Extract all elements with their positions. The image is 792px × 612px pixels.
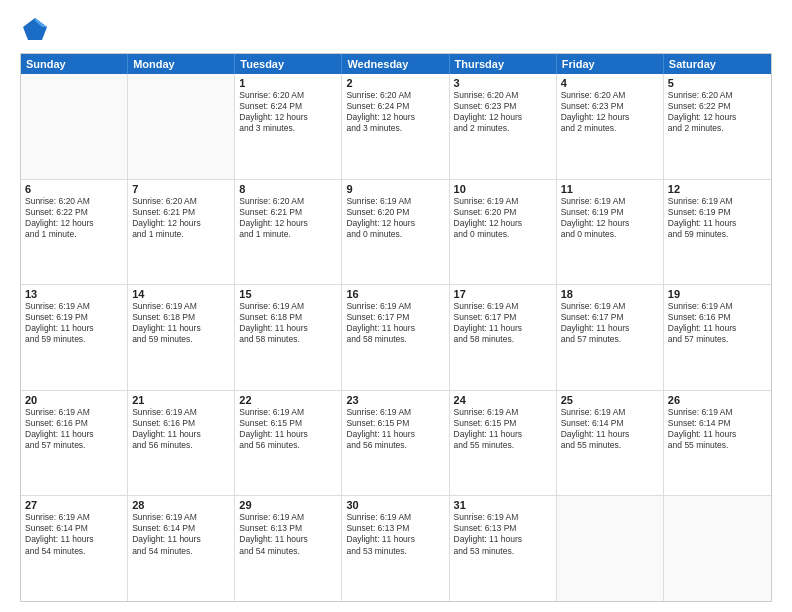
calendar-cell: 7Sunrise: 6:20 AM Sunset: 6:21 PM Daylig…	[128, 180, 235, 285]
calendar-header: SundayMondayTuesdayWednesdayThursdayFrid…	[21, 54, 771, 74]
calendar-row-3: 13Sunrise: 6:19 AM Sunset: 6:19 PM Dayli…	[21, 285, 771, 391]
day-info: Sunrise: 6:19 AM Sunset: 6:17 PM Dayligh…	[346, 301, 444, 345]
calendar-cell: 17Sunrise: 6:19 AM Sunset: 6:17 PM Dayli…	[450, 285, 557, 390]
header-day-tuesday: Tuesday	[235, 54, 342, 74]
day-info: Sunrise: 6:19 AM Sunset: 6:14 PM Dayligh…	[561, 407, 659, 451]
calendar-cell: 10Sunrise: 6:19 AM Sunset: 6:20 PM Dayli…	[450, 180, 557, 285]
calendar-cell: 2Sunrise: 6:20 AM Sunset: 6:24 PM Daylig…	[342, 74, 449, 179]
day-number: 11	[561, 183, 659, 195]
calendar-cell: 24Sunrise: 6:19 AM Sunset: 6:15 PM Dayli…	[450, 391, 557, 496]
day-info: Sunrise: 6:20 AM Sunset: 6:23 PM Dayligh…	[454, 90, 552, 134]
day-info: Sunrise: 6:19 AM Sunset: 6:15 PM Dayligh…	[239, 407, 337, 451]
day-info: Sunrise: 6:19 AM Sunset: 6:14 PM Dayligh…	[25, 512, 123, 556]
day-number: 23	[346, 394, 444, 406]
day-info: Sunrise: 6:19 AM Sunset: 6:19 PM Dayligh…	[668, 196, 767, 240]
day-number: 3	[454, 77, 552, 89]
day-number: 31	[454, 499, 552, 511]
calendar-cell: 14Sunrise: 6:19 AM Sunset: 6:18 PM Dayli…	[128, 285, 235, 390]
day-number: 19	[668, 288, 767, 300]
calendar-cell: 15Sunrise: 6:19 AM Sunset: 6:18 PM Dayli…	[235, 285, 342, 390]
day-info: Sunrise: 6:19 AM Sunset: 6:14 PM Dayligh…	[132, 512, 230, 556]
logo	[20, 15, 54, 45]
day-info: Sunrise: 6:19 AM Sunset: 6:15 PM Dayligh…	[454, 407, 552, 451]
day-number: 14	[132, 288, 230, 300]
calendar-cell: 9Sunrise: 6:19 AM Sunset: 6:20 PM Daylig…	[342, 180, 449, 285]
calendar-cell	[21, 74, 128, 179]
day-info: Sunrise: 6:20 AM Sunset: 6:23 PM Dayligh…	[561, 90, 659, 134]
calendar-cell: 26Sunrise: 6:19 AM Sunset: 6:14 PM Dayli…	[664, 391, 771, 496]
calendar-cell: 30Sunrise: 6:19 AM Sunset: 6:13 PM Dayli…	[342, 496, 449, 601]
calendar-cell: 12Sunrise: 6:19 AM Sunset: 6:19 PM Dayli…	[664, 180, 771, 285]
calendar-row-1: 1Sunrise: 6:20 AM Sunset: 6:24 PM Daylig…	[21, 74, 771, 180]
calendar-cell: 4Sunrise: 6:20 AM Sunset: 6:23 PM Daylig…	[557, 74, 664, 179]
calendar-cell: 20Sunrise: 6:19 AM Sunset: 6:16 PM Dayli…	[21, 391, 128, 496]
day-info: Sunrise: 6:19 AM Sunset: 6:13 PM Dayligh…	[239, 512, 337, 556]
day-info: Sunrise: 6:19 AM Sunset: 6:18 PM Dayligh…	[239, 301, 337, 345]
calendar-cell	[557, 496, 664, 601]
day-info: Sunrise: 6:19 AM Sunset: 6:13 PM Dayligh…	[454, 512, 552, 556]
day-info: Sunrise: 6:19 AM Sunset: 6:16 PM Dayligh…	[132, 407, 230, 451]
day-number: 25	[561, 394, 659, 406]
day-number: 4	[561, 77, 659, 89]
day-number: 30	[346, 499, 444, 511]
day-number: 16	[346, 288, 444, 300]
day-number: 22	[239, 394, 337, 406]
day-number: 24	[454, 394, 552, 406]
day-info: Sunrise: 6:19 AM Sunset: 6:13 PM Dayligh…	[346, 512, 444, 556]
day-number: 9	[346, 183, 444, 195]
day-number: 1	[239, 77, 337, 89]
calendar-cell: 13Sunrise: 6:19 AM Sunset: 6:19 PM Dayli…	[21, 285, 128, 390]
calendar-cell: 27Sunrise: 6:19 AM Sunset: 6:14 PM Dayli…	[21, 496, 128, 601]
calendar-row-4: 20Sunrise: 6:19 AM Sunset: 6:16 PM Dayli…	[21, 391, 771, 497]
day-number: 26	[668, 394, 767, 406]
day-number: 12	[668, 183, 767, 195]
day-info: Sunrise: 6:19 AM Sunset: 6:19 PM Dayligh…	[561, 196, 659, 240]
day-info: Sunrise: 6:19 AM Sunset: 6:19 PM Dayligh…	[25, 301, 123, 345]
day-number: 8	[239, 183, 337, 195]
page-header	[20, 15, 772, 45]
calendar-cell: 22Sunrise: 6:19 AM Sunset: 6:15 PM Dayli…	[235, 391, 342, 496]
day-number: 18	[561, 288, 659, 300]
day-number: 15	[239, 288, 337, 300]
day-info: Sunrise: 6:19 AM Sunset: 6:16 PM Dayligh…	[25, 407, 123, 451]
svg-marker-0	[23, 18, 47, 40]
calendar-cell: 18Sunrise: 6:19 AM Sunset: 6:17 PM Dayli…	[557, 285, 664, 390]
day-info: Sunrise: 6:20 AM Sunset: 6:22 PM Dayligh…	[668, 90, 767, 134]
day-number: 2	[346, 77, 444, 89]
header-day-thursday: Thursday	[450, 54, 557, 74]
day-info: Sunrise: 6:19 AM Sunset: 6:20 PM Dayligh…	[454, 196, 552, 240]
calendar-cell: 25Sunrise: 6:19 AM Sunset: 6:14 PM Dayli…	[557, 391, 664, 496]
header-day-monday: Monday	[128, 54, 235, 74]
day-info: Sunrise: 6:19 AM Sunset: 6:14 PM Dayligh…	[668, 407, 767, 451]
calendar-cell: 5Sunrise: 6:20 AM Sunset: 6:22 PM Daylig…	[664, 74, 771, 179]
day-number: 17	[454, 288, 552, 300]
calendar-cell: 21Sunrise: 6:19 AM Sunset: 6:16 PM Dayli…	[128, 391, 235, 496]
calendar-cell: 11Sunrise: 6:19 AM Sunset: 6:19 PM Dayli…	[557, 180, 664, 285]
calendar-cell: 31Sunrise: 6:19 AM Sunset: 6:13 PM Dayli…	[450, 496, 557, 601]
calendar: SundayMondayTuesdayWednesdayThursdayFrid…	[20, 53, 772, 602]
day-info: Sunrise: 6:19 AM Sunset: 6:20 PM Dayligh…	[346, 196, 444, 240]
calendar-cell: 16Sunrise: 6:19 AM Sunset: 6:17 PM Dayli…	[342, 285, 449, 390]
calendar-cell: 3Sunrise: 6:20 AM Sunset: 6:23 PM Daylig…	[450, 74, 557, 179]
day-number: 27	[25, 499, 123, 511]
header-day-friday: Friday	[557, 54, 664, 74]
calendar-body: 1Sunrise: 6:20 AM Sunset: 6:24 PM Daylig…	[21, 74, 771, 601]
day-number: 29	[239, 499, 337, 511]
calendar-cell: 28Sunrise: 6:19 AM Sunset: 6:14 PM Dayli…	[128, 496, 235, 601]
day-number: 5	[668, 77, 767, 89]
calendar-cell: 29Sunrise: 6:19 AM Sunset: 6:13 PM Dayli…	[235, 496, 342, 601]
day-number: 7	[132, 183, 230, 195]
day-info: Sunrise: 6:19 AM Sunset: 6:17 PM Dayligh…	[561, 301, 659, 345]
day-info: Sunrise: 6:20 AM Sunset: 6:24 PM Dayligh…	[239, 90, 337, 134]
day-info: Sunrise: 6:20 AM Sunset: 6:21 PM Dayligh…	[132, 196, 230, 240]
day-info: Sunrise: 6:19 AM Sunset: 6:16 PM Dayligh…	[668, 301, 767, 345]
header-day-wednesday: Wednesday	[342, 54, 449, 74]
day-number: 10	[454, 183, 552, 195]
day-number: 6	[25, 183, 123, 195]
header-day-saturday: Saturday	[664, 54, 771, 74]
day-number: 28	[132, 499, 230, 511]
calendar-cell: 1Sunrise: 6:20 AM Sunset: 6:24 PM Daylig…	[235, 74, 342, 179]
day-info: Sunrise: 6:19 AM Sunset: 6:18 PM Dayligh…	[132, 301, 230, 345]
day-number: 13	[25, 288, 123, 300]
calendar-cell	[128, 74, 235, 179]
